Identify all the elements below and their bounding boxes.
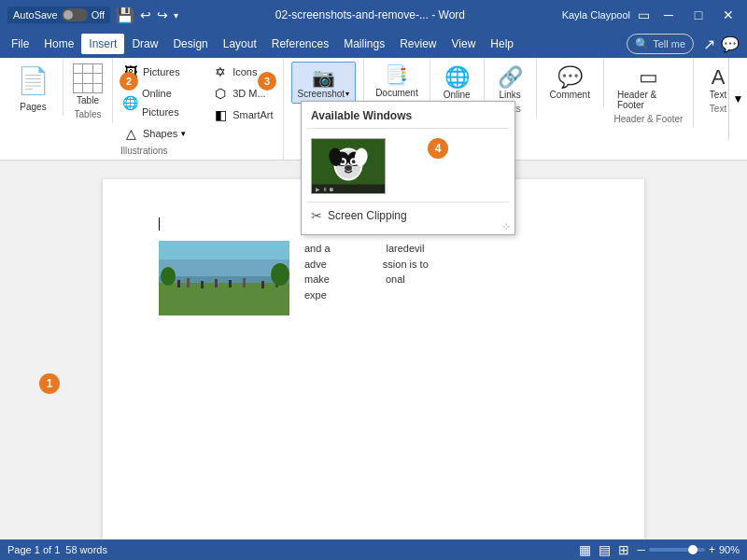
document-icon: 📑: [385, 63, 408, 86]
menu-help[interactable]: Help: [483, 34, 521, 54]
undo-icon[interactable]: ↩: [140, 7, 151, 22]
header-footer-group: ▭ Header & Footer Header & Footer: [604, 58, 694, 128]
ribbon-layout-icon[interactable]: ▭: [638, 7, 650, 22]
share-icon[interactable]: ↗: [703, 35, 715, 53]
svg-text:▶ ⏸ ⏹: ▶ ⏸ ⏹: [316, 187, 334, 192]
page-layout-icon[interactable]: ▦: [579, 542, 591, 557]
window-preview-svg: ▶ ⏸ ⏹: [312, 138, 385, 194]
document-image[interactable]: [159, 241, 289, 318]
illustrations-group: 🖼 Pictures 🌐 Online Pictures △ Shapes ▾: [113, 58, 284, 160]
table-label: Table: [77, 95, 99, 105]
tables-group: Table Tables: [63, 58, 113, 123]
status-right: ▦ ▤ ⊞ ─ + 90%: [579, 542, 740, 557]
pages-button[interactable]: 📄 Table: [11, 62, 55, 102]
svg-point-26: [161, 267, 176, 286]
text-icon: A: [712, 65, 726, 90]
svg-point-9: [345, 165, 352, 171]
status-left: Page 1 of 1 58 words: [7, 544, 107, 555]
pages-group: 📄 Table Pages: [4, 58, 63, 116]
online-button[interactable]: 🌐 Online: [438, 62, 476, 104]
doc-line-3: makeonal: [304, 272, 429, 287]
text-group-label: Text: [710, 104, 726, 114]
menu-file[interactable]: File: [4, 34, 36, 54]
screenshot-button[interactable]: 📷 Screenshot ▾: [291, 62, 357, 104]
step-4-badge: 4: [428, 138, 448, 159]
svg-rect-18: [177, 280, 180, 287]
text-label: Text: [710, 90, 726, 100]
smartart-button[interactable]: ◧ SmartArt: [210, 105, 275, 125]
links-label: Links: [499, 90, 520, 100]
screenshot-label: Screenshot: [298, 89, 345, 99]
autosave-label: AutoSave: [13, 9, 58, 21]
tell-me-box[interactable]: 🔍 Tell me: [627, 34, 694, 54]
doc-line-4: expe: [304, 287, 429, 303]
menu-insert[interactable]: Insert: [81, 34, 124, 54]
svg-rect-22: [229, 280, 232, 287]
svg-rect-17: [159, 283, 289, 315]
svg-rect-20: [201, 281, 204, 288]
redo-icon[interactable]: ↪: [157, 7, 168, 22]
links-button[interactable]: 🔗 Links: [492, 62, 529, 104]
pages-label: Pages: [20, 102, 46, 112]
web-layout-icon[interactable]: ⊞: [618, 542, 629, 557]
autosave-pill[interactable]: [62, 8, 88, 21]
minimize-button[interactable]: ─: [657, 4, 680, 26]
page-count: Page 1 of 1: [7, 544, 60, 555]
menu-mailings[interactable]: Mailings: [336, 34, 392, 54]
scissors-icon: ✂: [311, 208, 322, 223]
dropdown-title: Available Windows: [307, 107, 509, 129]
menu-design[interactable]: Design: [165, 34, 215, 54]
window-thumbnails: ▶ ⏸ ⏹: [307, 134, 509, 198]
comments-group: 💬 Comment: [537, 58, 604, 107]
menu-references[interactable]: References: [264, 34, 336, 54]
illustrations-group-label: Illustrations: [120, 146, 168, 156]
shapes-button[interactable]: △ Shapes ▾: [120, 123, 201, 144]
screen-clipping-button[interactable]: ✂ Screen Clipping: [307, 202, 509, 229]
zoom-in-button[interactable]: +: [709, 543, 715, 556]
menu-bar: File Home Insert Draw Design Layout Refe…: [0, 30, 747, 58]
tell-me-text: Tell me: [653, 38, 685, 49]
autosave-toggle[interactable]: AutoSave Off: [7, 7, 110, 23]
3d-icon: ⬡: [212, 84, 229, 103]
save-icon[interactable]: 💾: [116, 7, 134, 24]
hf-group-label: Header & Footer: [614, 114, 684, 124]
document-text: and alaredevil advession is to makeonal …: [304, 241, 429, 326]
comments-label: Comment: [550, 90, 590, 100]
header-footer-label: Header & Footer: [617, 90, 680, 110]
menu-layout[interactable]: Layout: [216, 34, 264, 54]
tables-group-label: Tables: [75, 109, 102, 119]
table-button[interactable]: Table: [71, 62, 105, 107]
pages-icon: 📄: [17, 65, 49, 96]
zoom-slider[interactable]: [649, 548, 705, 552]
document-button[interactable]: 📑 Document: [372, 62, 422, 100]
ribbon-scroll-button[interactable]: ▼: [728, 58, 747, 140]
menu-draw[interactable]: Draw: [124, 34, 165, 54]
step-1-badge: 1: [39, 373, 60, 394]
word-count: 58 words: [65, 544, 107, 555]
window-thumbnail[interactable]: ▶ ⏸ ⏹: [311, 138, 386, 194]
comments-icon[interactable]: 💬: [721, 35, 740, 53]
svg-rect-21: [215, 279, 218, 287]
comments-button[interactable]: 💬 Comment: [544, 62, 596, 104]
zoom-control: ─ + 90%: [637, 543, 740, 556]
doc-line-1: and alaredevil: [304, 241, 429, 257]
reading-view-icon[interactable]: ▤: [599, 542, 611, 557]
zoom-percentage[interactable]: 90%: [719, 544, 740, 555]
menu-home[interactable]: Home: [36, 34, 81, 54]
zoom-out-button[interactable]: ─: [637, 543, 645, 556]
maximize-button[interactable]: □: [687, 4, 710, 26]
resize-handle[interactable]: ⊹: [502, 221, 510, 231]
title-bar-left: AutoSave Off 💾 ↩ ↪ ▾: [7, 7, 178, 24]
header-footer-icon: ▭: [639, 65, 658, 90]
doc-line-2: advession is to: [304, 257, 429, 273]
header-footer-button[interactable]: ▭ Header & Footer: [612, 62, 685, 114]
step-2-badge: 2: [120, 72, 138, 91]
menu-review[interactable]: Review: [392, 34, 444, 54]
online-pictures-icon: 🌐: [122, 93, 138, 112]
close-button[interactable]: ✕: [717, 4, 740, 26]
menu-view[interactable]: View: [444, 34, 484, 54]
table-icon: [73, 63, 103, 93]
online-icon: 🌐: [444, 65, 470, 90]
autosave-state: Off: [92, 9, 105, 21]
smartart-icon: ◧: [212, 105, 229, 124]
